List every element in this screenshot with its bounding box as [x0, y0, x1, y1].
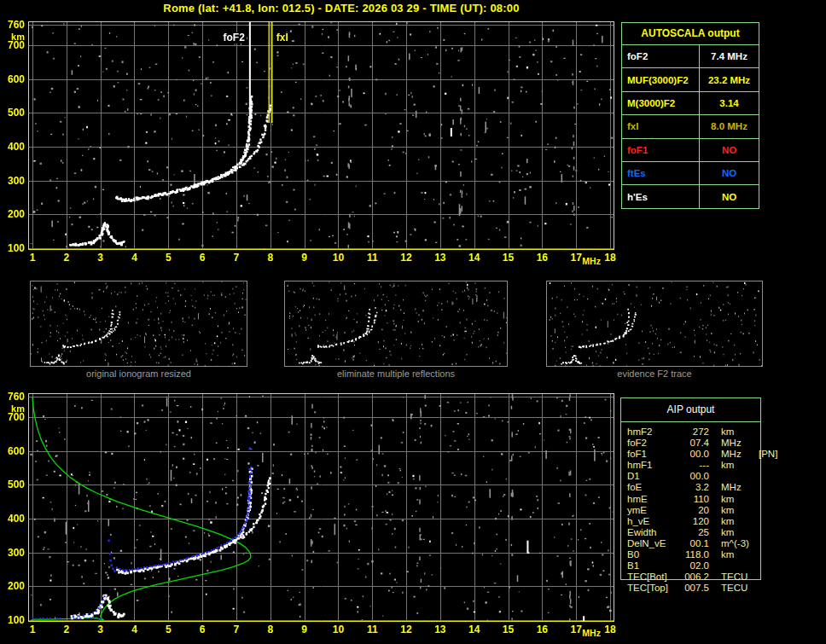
thumbnail-original-ionogram [30, 281, 247, 367]
top-plot-x-tick-17: 17 [570, 252, 581, 264]
autoscala-row-fxI: fxI8.0 MHz [622, 115, 759, 138]
top-plot-x-tick-18: 18 [604, 252, 615, 264]
autoscala-rows: foF27.4 MHzMUF(3000)F223.2 MHzM(3000)F23… [622, 45, 759, 208]
aip-value: 25 [678, 527, 709, 538]
aip-label: foF1 [627, 449, 678, 460]
aip-value: 00.0 [678, 471, 709, 482]
aip-label: hmF1 [627, 460, 678, 471]
top-plot-x-tick-13: 13 [434, 252, 445, 264]
autoscala-param-value: 8.0 MHz [700, 115, 759, 137]
bottom-ionogram-canvas [29, 394, 614, 621]
bottom-plot-x-tick-17: 17 [570, 624, 581, 635]
top-plot-x-tick-3: 3 [97, 252, 103, 264]
aip-value: 00.1 [678, 538, 709, 549]
aip-row-foF2: foF207.4MHz [620, 438, 823, 449]
autoscala-output-panel: AUTOSCALA output foF27.4 MHzMUF(3000)F22… [621, 22, 759, 209]
bottom-plot-y-tick-400: 400 [0, 513, 25, 525]
bottom-plot-x-tick-18: 18 [604, 624, 615, 635]
aip-unit: MHz [721, 449, 755, 460]
aip-label: Ewidth [627, 527, 678, 538]
autoscala-param-label: fxI [622, 115, 700, 137]
top-ionogram-plot [28, 21, 614, 250]
autoscala-param-label: h'Es [622, 185, 700, 207]
autoscala-row-foF1: foF1NO [622, 139, 759, 162]
thumbnail-caption-original: original ionogram resized [30, 368, 247, 379]
bottom-plot-x-tick-9: 9 [301, 624, 307, 635]
aip-label: DelN_vE [627, 538, 678, 549]
top-plot-y-tick-300: 300 [0, 175, 25, 187]
aip-row-foE: foE3.2MHz [620, 482, 823, 493]
autoscala-param-label: MUF(3000)F2 [622, 68, 700, 90]
bottom-plot-x-tick-14: 14 [468, 624, 480, 635]
thumbnail-original-canvas [31, 281, 247, 366]
bottom-plot-y-tick-760: 760 [0, 391, 25, 403]
autoscala-param-label: foF1 [622, 139, 700, 161]
thumbnail-multiple-reflections [284, 281, 508, 367]
aip-unit: TECU [721, 583, 755, 594]
bottom-plot-y-tick-300: 300 [0, 547, 25, 559]
aip-row-D1: D100.0 [620, 471, 823, 482]
thumbnail-caption-reflections: eliminate multiple reflections [284, 368, 508, 379]
aip-value: 110 [678, 494, 709, 505]
aip-row-foF1: foF100.0MHz[PN] [620, 449, 823, 460]
bottom-plot-x-tick-3: 3 [97, 624, 103, 635]
bottom-plot-x-tick-12: 12 [400, 624, 411, 635]
bottom-plot-x-tick-11: 11 [367, 624, 378, 635]
aip-label: TEC[Bot] [627, 571, 678, 583]
aip-row-hmF1: hmF1---km [620, 460, 823, 471]
aip-label: hmF2 [627, 426, 678, 438]
bottom-plot-x-tick-10: 10 [333, 624, 344, 635]
foF2-marker-label: foF2 [212, 32, 247, 44]
aip-label: B0 [627, 549, 678, 560]
top-plot-x-tick-10: 10 [333, 252, 344, 264]
top-plot-y-unit: km [0, 31, 25, 43]
autoscala-param-label: foF2 [622, 45, 700, 67]
aip-value: 007.5 [678, 583, 709, 594]
top-plot-y-tick-200: 200 [0, 208, 25, 220]
autoscala-param-label: M(3000)F2 [622, 92, 700, 114]
aip-value: 118.0 [678, 549, 709, 560]
autoscala-panel-title: AUTOSCALA output [622, 23, 759, 45]
aip-row-hmE: hmE110km [620, 494, 823, 505]
aip-value: 02.0 [678, 560, 709, 571]
aip-row-TEC[Top]: TEC[Top]007.5TECU [620, 583, 823, 594]
top-plot-y-tick-760: 760 [0, 19, 25, 31]
aip-label: B1 [627, 560, 678, 571]
aip-unit [721, 560, 755, 571]
fxI-marker-label: fxI [275, 32, 290, 44]
aip-value: 272 [678, 426, 709, 438]
thumbnail-caption-f2-trace: evidence F2 trace [546, 368, 763, 379]
aip-value: 3.2 [678, 482, 709, 493]
autoscala-param-value: NO [700, 162, 759, 184]
top-plot-x-tick-8: 8 [267, 252, 273, 264]
bottom-plot-x-tick-13: 13 [434, 624, 445, 635]
aip-row-B0: B0118.0km [620, 549, 823, 560]
bottom-plot-y-tick-100: 100 [0, 614, 25, 626]
bottom-plot-x-tick-8: 8 [267, 624, 273, 635]
aip-unit [721, 471, 755, 482]
aip-value: --- [678, 460, 709, 471]
autoscala-row-ftEs: ftEsNO [622, 162, 759, 185]
aip-unit: km [721, 494, 755, 505]
top-plot-x-tick-14: 14 [468, 252, 480, 264]
aip-unit: MHz [721, 482, 755, 493]
aip-value: 120 [678, 516, 709, 527]
top-plot-x-tick-9: 9 [301, 252, 307, 264]
aip-label: hmE [627, 494, 678, 505]
top-plot-y-tick-100: 100 [0, 242, 25, 254]
autoscala-param-value: NO [700, 139, 759, 161]
aip-unit: TECU [721, 571, 755, 583]
bottom-plot-x-tick-15: 15 [503, 624, 514, 635]
top-plot-x-tick-2: 2 [63, 252, 69, 264]
bottom-plot-y-unit: km [0, 403, 25, 415]
aip-value: 07.4 [678, 438, 709, 449]
autoscala-param-value: 7.4 MHz [700, 45, 759, 67]
bottom-plot-x-tick-6: 6 [200, 624, 206, 635]
top-plot-x-tick-16: 16 [537, 252, 548, 264]
aip-unit: km [721, 505, 755, 516]
autoscala-row-h'Es: h'EsNO [622, 185, 759, 207]
bottom-ionogram-plot [28, 393, 614, 622]
aip-label: foE [627, 482, 678, 493]
autoscala-param-value: NO [700, 185, 759, 207]
aip-row-ymE: ymE20km [620, 505, 823, 516]
